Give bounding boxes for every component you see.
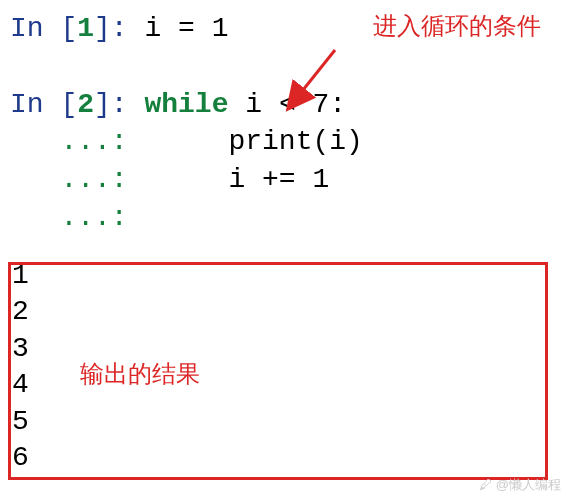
output-line: 3 bbox=[12, 331, 29, 367]
output-line: 6 bbox=[12, 440, 29, 476]
annotation-loop-condition: 进入循环的条件 bbox=[373, 10, 541, 42]
output-line: 1 bbox=[12, 258, 29, 294]
code-cell-2-line3: ...: i += 1 bbox=[10, 161, 561, 199]
continuation-prompt: ...: bbox=[10, 202, 144, 233]
continuation-prompt: ...: bbox=[10, 164, 144, 195]
prompt-in: In [ bbox=[10, 13, 77, 44]
output-line: 4 bbox=[12, 367, 29, 403]
prompt-close: ]: bbox=[94, 13, 144, 44]
blank-line bbox=[10, 48, 561, 86]
code-cell-2-line4: ...: bbox=[10, 199, 561, 237]
output-line: 5 bbox=[12, 404, 29, 440]
output-line: 2 bbox=[12, 294, 29, 330]
keyword-while: while bbox=[144, 89, 228, 120]
prompt-close: ]: bbox=[94, 89, 144, 120]
code-cell-2-line2: ...: print(i) bbox=[10, 123, 561, 161]
prompt-num: 2 bbox=[77, 89, 94, 120]
output-content: 1 2 3 4 5 6 bbox=[12, 258, 29, 476]
code-text: i = 1 bbox=[144, 13, 228, 44]
prompt-in: In [ bbox=[10, 89, 77, 120]
prompt-num: 1 bbox=[77, 13, 94, 44]
code-text: print(i) bbox=[144, 126, 362, 157]
continuation-prompt: ...: bbox=[10, 126, 144, 157]
code-cell-2-line1: In [2]: while i < 7: bbox=[10, 86, 561, 124]
watermark: 🖊 @懒人编程 bbox=[479, 476, 561, 494]
annotation-output: 输出的结果 bbox=[80, 358, 200, 390]
code-text: i += 1 bbox=[144, 164, 329, 195]
condition-text: i < 7: bbox=[228, 89, 346, 120]
